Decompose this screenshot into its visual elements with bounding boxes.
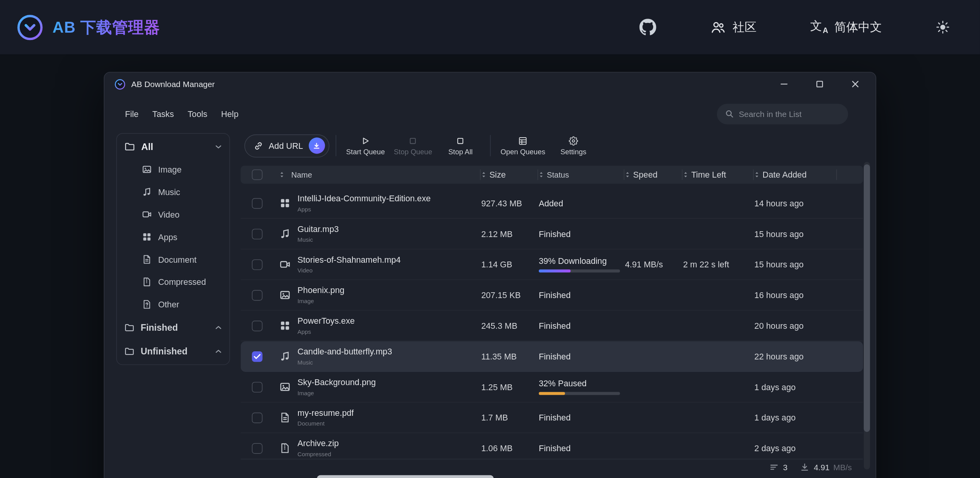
minimize-icon[interactable] bbox=[780, 80, 788, 88]
column-header-size[interactable]: Size bbox=[481, 166, 539, 184]
folder-icon bbox=[124, 323, 134, 333]
select-all-checkbox[interactable] bbox=[251, 169, 262, 180]
nav-community[interactable]: 社区 bbox=[710, 19, 757, 35]
table-row[interactable]: Archive.zipCompressed1.06 MBFinished2 da… bbox=[241, 433, 863, 459]
community-label: 社区 bbox=[733, 19, 757, 35]
date-added: 20 hours ago bbox=[754, 321, 837, 330]
table-row[interactable]: Candle-and-butterfly.mp3Music11.35 MBFin… bbox=[241, 341, 863, 372]
date-added: 22 hours ago bbox=[754, 352, 837, 361]
queue-actions: Start QueueStop QueueStop All bbox=[342, 133, 484, 159]
site-header: AB 下载管理器 社区 文A 简体中文 bbox=[0, 0, 980, 55]
sidebar-item-compressed[interactable]: Compressed bbox=[117, 270, 230, 293]
table-row[interactable]: IntelliJ-Idea-Community-Edition.exeApps9… bbox=[241, 188, 863, 219]
sidebar-categories: ImageMusicVideoAppsDocumentCompressedOth… bbox=[117, 158, 230, 316]
toolbar-button-stop-all[interactable]: Stop All bbox=[438, 133, 484, 159]
row-checkbox[interactable] bbox=[251, 351, 262, 361]
scrollbar-thumb[interactable] bbox=[864, 164, 870, 432]
toolbar-button-start-queue[interactable]: Start Queue bbox=[342, 133, 389, 159]
menu-item-tasks[interactable]: Tasks bbox=[145, 109, 181, 119]
row-checkbox[interactable] bbox=[251, 443, 262, 454]
nav-language[interactable]: 文A 简体中文 bbox=[810, 19, 882, 35]
toolbar-button-open-queues[interactable]: Open Queues bbox=[497, 133, 549, 159]
table-row[interactable]: my-resume.pdfDocument1.7 MBFinished1 day… bbox=[241, 403, 863, 433]
file-category: Image bbox=[298, 389, 376, 396]
window-app-icon bbox=[114, 79, 126, 90]
status-text: Added bbox=[539, 199, 625, 208]
table-row[interactable]: Stories-of-Shahnameh.mp4Video1.14 GB39% … bbox=[241, 249, 863, 280]
compressed-icon bbox=[279, 443, 291, 454]
table-row[interactable]: PowerToys.exeApps245.3 MBFinished20 hour… bbox=[241, 311, 863, 341]
file-category: Apps bbox=[298, 206, 431, 213]
status-text: Finished bbox=[539, 413, 625, 422]
sidebar-item-video[interactable]: Video bbox=[117, 203, 230, 226]
status-text: 32% Paused bbox=[539, 379, 625, 388]
sidebar-item-other[interactable]: Other bbox=[117, 293, 230, 316]
close-icon[interactable] bbox=[851, 80, 860, 88]
row-checkbox[interactable] bbox=[251, 320, 262, 331]
file-name: Candle-and-butterfly.mp3 bbox=[298, 347, 392, 357]
sort-icon bbox=[279, 171, 284, 178]
video-icon bbox=[279, 259, 291, 270]
theme-toggle-sun-icon[interactable] bbox=[936, 20, 950, 34]
row-checkbox[interactable] bbox=[251, 290, 262, 300]
table-scrollbar[interactable] bbox=[864, 162, 870, 469]
sidebar-item-music[interactable]: Music bbox=[117, 181, 230, 203]
sidebar-item-apps[interactable]: Apps bbox=[117, 226, 230, 248]
search-input[interactable] bbox=[739, 109, 842, 119]
toolbar-button-stop-queue[interactable]: Stop Queue bbox=[390, 133, 436, 159]
sort-icon bbox=[754, 171, 759, 178]
add-download-badge[interactable] bbox=[309, 138, 325, 154]
column-header-name[interactable]: Name bbox=[273, 166, 481, 184]
sidebar-item-image[interactable]: Image bbox=[117, 158, 230, 181]
table-row[interactable]: Guitar.mp3Music2.12 MBFinished15 hours a… bbox=[241, 219, 863, 249]
search-box[interactable] bbox=[717, 103, 848, 124]
row-checkbox[interactable] bbox=[251, 198, 262, 208]
date-added: 15 hours ago bbox=[754, 229, 837, 238]
row-checkbox[interactable] bbox=[251, 229, 262, 239]
date-added: 1 days ago bbox=[754, 382, 837, 392]
queues-icon bbox=[518, 136, 528, 145]
download-list: IntelliJ-Idea-Community-Edition.exeApps9… bbox=[241, 188, 863, 459]
maximize-icon[interactable] bbox=[816, 80, 824, 88]
menu-item-tools[interactable]: Tools bbox=[181, 109, 214, 119]
file-category: Document bbox=[298, 420, 354, 427]
add-url-button[interactable]: Add URL bbox=[244, 134, 329, 157]
table-row[interactable]: Phoenix.pngImage207.15 KBFinished16 hour… bbox=[241, 280, 863, 311]
row-checkbox[interactable] bbox=[251, 412, 262, 423]
toolbar: Add URL Start QueueStop QueueStop All Op… bbox=[241, 132, 863, 159]
row-checkbox[interactable] bbox=[251, 259, 262, 270]
sidebar-item-finished[interactable]: Finished bbox=[117, 316, 230, 339]
file-size: 1.14 GB bbox=[481, 260, 539, 269]
toolbar-button-settings[interactable]: Settings bbox=[550, 133, 596, 159]
site-nav: 社区 文A 简体中文 bbox=[640, 19, 964, 35]
column-header-time-left[interactable]: Time Left bbox=[683, 166, 754, 184]
column-header-date-added[interactable]: Date Added bbox=[754, 166, 837, 184]
sidebar-item-all[interactable]: All bbox=[117, 135, 230, 158]
file-category: Music bbox=[298, 236, 339, 243]
file-size: 1.06 MB bbox=[481, 443, 539, 453]
stop-icon bbox=[408, 136, 418, 145]
header-spacer bbox=[837, 166, 863, 184]
column-header-speed[interactable]: Speed bbox=[625, 166, 683, 184]
language-label: 简体中文 bbox=[834, 19, 882, 35]
table-row[interactable]: Sky-Background.pngImage1.25 MB32% Paused… bbox=[241, 372, 863, 403]
row-checkbox[interactable] bbox=[251, 382, 262, 392]
sidebar-item-document[interactable]: Document bbox=[117, 248, 230, 271]
video-icon bbox=[142, 209, 152, 220]
manage-actions: Open QueuesSettings bbox=[497, 133, 596, 159]
document-icon bbox=[279, 412, 291, 423]
file-name: Sky-Background.png bbox=[298, 378, 376, 388]
compressed-icon bbox=[142, 277, 152, 287]
file-name: Stories-of-Shahnameh.mp4 bbox=[298, 255, 401, 265]
sidebar-item-unfinished[interactable]: Unfinished bbox=[117, 339, 230, 363]
menu-item-help[interactable]: Help bbox=[214, 109, 245, 119]
link-icon bbox=[254, 141, 263, 150]
menu-item-file[interactable]: File bbox=[118, 109, 145, 119]
active-count: 3 bbox=[783, 462, 788, 472]
date-added: 14 hours ago bbox=[754, 199, 837, 208]
column-header-status[interactable]: Status bbox=[539, 166, 625, 184]
file-name: PowerToys.exe bbox=[298, 317, 355, 327]
github-icon[interactable] bbox=[640, 19, 656, 35]
sort-icon bbox=[481, 171, 486, 178]
date-added: 2 days ago bbox=[754, 443, 837, 453]
